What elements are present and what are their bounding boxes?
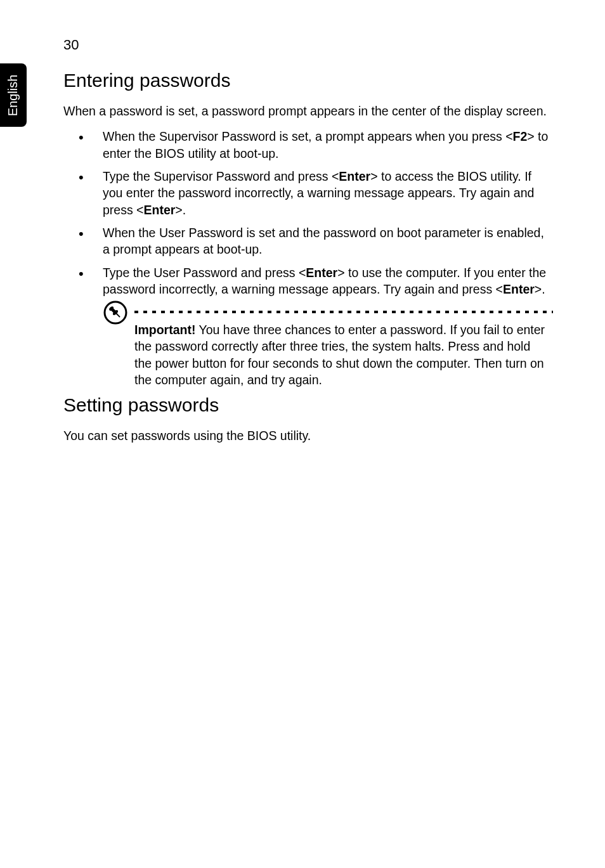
note-label: Important! bbox=[134, 323, 195, 337]
heading-entering-passwords: Entering passwords bbox=[63, 70, 552, 91]
bullet-text: Type the User Password and press < bbox=[103, 266, 306, 280]
language-tab: English bbox=[0, 63, 27, 127]
page-number: 30 bbox=[63, 37, 79, 53]
list-item: When the Supervisor Password is set, a p… bbox=[63, 128, 552, 162]
note-body: You have three chances to enter a passwo… bbox=[134, 323, 545, 387]
key-name: Enter bbox=[339, 169, 370, 183]
svg-rect-4 bbox=[115, 312, 120, 317]
bullet-text: >. bbox=[175, 203, 186, 217]
list-item: When the User Password is set and the pa… bbox=[63, 224, 552, 258]
intro-paragraph-2: You can set passwords using the BIOS uti… bbox=[63, 427, 552, 444]
key-name: Enter bbox=[306, 266, 337, 280]
list-item: Type the Supervisor Password and press <… bbox=[63, 168, 552, 218]
key-name: F2 bbox=[513, 129, 528, 143]
bullet-text: >. bbox=[535, 282, 545, 296]
note-text: Important! You have three chances to ent… bbox=[134, 321, 552, 388]
dashed-divider bbox=[134, 304, 552, 314]
bullet-text: Type the Supervisor Password and press < bbox=[103, 169, 339, 183]
bullet-text: When the User Password is set and the pa… bbox=[103, 226, 544, 256]
page-content: Entering passwords When a password is se… bbox=[63, 63, 552, 453]
pin-icon bbox=[103, 300, 128, 328]
key-name: Enter bbox=[144, 203, 176, 217]
list-item: Type the User Password and press <Enter>… bbox=[63, 264, 552, 298]
language-label: English bbox=[6, 74, 21, 116]
bullet-list: When the Supervisor Password is set, a p… bbox=[63, 128, 552, 297]
important-note: Important! You have three chances to ent… bbox=[103, 304, 552, 388]
bullet-text: When the Supervisor Password is set, a p… bbox=[103, 129, 513, 143]
intro-paragraph-1: When a password is set, a password promp… bbox=[63, 103, 552, 119]
heading-setting-passwords: Setting passwords bbox=[63, 394, 552, 416]
key-name: Enter bbox=[503, 282, 535, 296]
